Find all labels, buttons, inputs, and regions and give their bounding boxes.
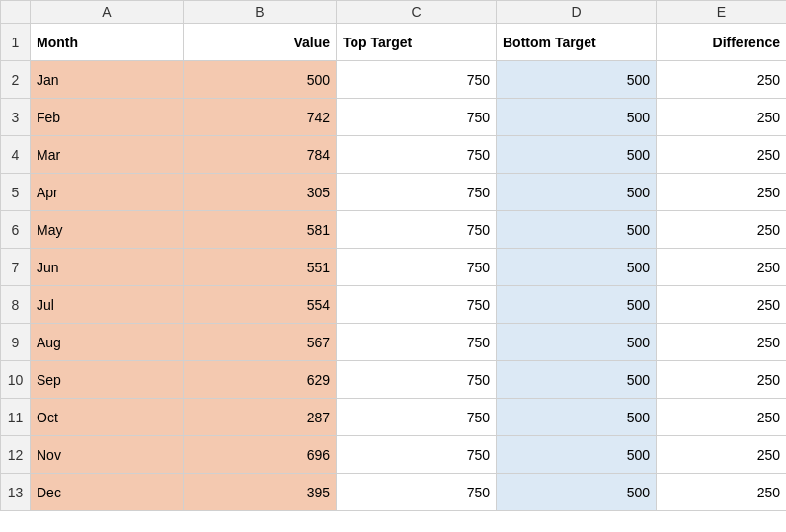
cell-month[interactable]: Feb — [31, 99, 184, 136]
cell-value[interactable]: 784 — [184, 136, 337, 174]
row-num-4: 4 — [1, 136, 31, 174]
cell-bottom-target[interactable]: 500 — [497, 436, 657, 474]
cell-difference[interactable]: 250 — [657, 324, 787, 361]
cell-value[interactable]: 500 — [184, 61, 337, 99]
cell-difference[interactable]: 250 — [657, 211, 787, 249]
spreadsheet: A B C D E 1 Month Value Top Target Botto… — [0, 0, 786, 532]
col-header-b[interactable]: B — [184, 1, 337, 24]
cell-bottom-target[interactable]: 500 — [497, 399, 657, 436]
cell-top-target[interactable]: 750 — [337, 211, 497, 249]
cell-month[interactable]: Nov — [31, 436, 184, 474]
table-row: 8Jul554750500250 — [1, 286, 787, 324]
row-num-2: 2 — [1, 61, 31, 99]
row-num-11: 11 — [1, 399, 31, 436]
table-row: 6May581750500250 — [1, 211, 787, 249]
cell-top-target[interactable]: 750 — [337, 174, 497, 211]
cell-bottom-target[interactable]: 500 — [497, 249, 657, 286]
col-header-e[interactable]: E — [657, 1, 787, 24]
cell-month[interactable]: Jan — [31, 61, 184, 99]
cell-top-target[interactable]: 750 — [337, 99, 497, 136]
cell-top-target[interactable]: 750 — [337, 474, 497, 511]
cell-top-target[interactable]: 750 — [337, 324, 497, 361]
cell-top-target[interactable]: 750 — [337, 399, 497, 436]
cell-month[interactable]: Oct — [31, 399, 184, 436]
cell-top-target[interactable]: 750 — [337, 61, 497, 99]
cell-bottom-target[interactable]: 500 — [497, 361, 657, 399]
cell-value[interactable]: 581 — [184, 211, 337, 249]
cell-difference[interactable]: 250 — [657, 61, 787, 99]
cell-difference[interactable]: 250 — [657, 399, 787, 436]
cell-month[interactable]: May — [31, 211, 184, 249]
cell-value[interactable]: 305 — [184, 174, 337, 211]
cell-month[interactable]: Aug — [31, 324, 184, 361]
table-row: 3Feb742750500250 — [1, 99, 787, 136]
cell-month[interactable]: Mar — [31, 136, 184, 174]
cell-top-target[interactable]: 750 — [337, 136, 497, 174]
row-1-header: 1 Month Value Top Target Bottom Target D… — [1, 24, 787, 61]
row-num-9: 9 — [1, 324, 31, 361]
cell-difference[interactable]: 250 — [657, 174, 787, 211]
cell-bottom-target[interactable]: 500 — [497, 324, 657, 361]
table-row: 7Jun551750500250 — [1, 249, 787, 286]
cell-bottom-target[interactable]: 500 — [497, 286, 657, 324]
cell-value[interactable]: 567 — [184, 324, 337, 361]
cell-value[interactable]: 742 — [184, 99, 337, 136]
row-num-13: 13 — [1, 474, 31, 511]
cell-bottom-target[interactable]: 500 — [497, 99, 657, 136]
cell-month[interactable]: Jun — [31, 249, 184, 286]
cell-value[interactable]: 554 — [184, 286, 337, 324]
col-header-a[interactable]: A — [31, 1, 184, 24]
cell-top-target[interactable]: 750 — [337, 249, 497, 286]
cell-bottom-target[interactable]: 500 — [497, 474, 657, 511]
cell-difference[interactable]: 250 — [657, 436, 787, 474]
cell-value[interactable]: 629 — [184, 361, 337, 399]
table-row: 5Apr305750500250 — [1, 174, 787, 211]
header-value[interactable]: Value — [184, 24, 337, 61]
cell-bottom-target[interactable]: 500 — [497, 174, 657, 211]
row-num-1: 1 — [1, 24, 31, 61]
column-headers: A B C D E — [1, 1, 787, 24]
table-row: 12Nov696750500250 — [1, 436, 787, 474]
cell-month[interactable]: Dec — [31, 474, 184, 511]
cell-difference[interactable]: 250 — [657, 361, 787, 399]
row-num-12: 12 — [1, 436, 31, 474]
cell-top-target[interactable]: 750 — [337, 286, 497, 324]
cell-month[interactable]: Apr — [31, 174, 184, 211]
cell-value[interactable]: 287 — [184, 399, 337, 436]
col-header-c[interactable]: C — [337, 1, 497, 24]
row-num-7: 7 — [1, 249, 31, 286]
table-row: 11Oct287750500250 — [1, 399, 787, 436]
table-row: 10Sep629750500250 — [1, 361, 787, 399]
cell-value[interactable]: 395 — [184, 474, 337, 511]
cell-value[interactable]: 696 — [184, 436, 337, 474]
row-num-5: 5 — [1, 174, 31, 211]
table-row: 2Jan500750500250 — [1, 61, 787, 99]
cell-month[interactable]: Sep — [31, 361, 184, 399]
cell-value[interactable]: 551 — [184, 249, 337, 286]
row-num-3: 3 — [1, 99, 31, 136]
cell-difference[interactable]: 250 — [657, 474, 787, 511]
cell-bottom-target[interactable]: 500 — [497, 211, 657, 249]
col-header-d[interactable]: D — [497, 1, 657, 24]
header-bottom-target[interactable]: Bottom Target — [497, 24, 657, 61]
table-row: 4Mar784750500250 — [1, 136, 787, 174]
cell-bottom-target[interactable]: 500 — [497, 61, 657, 99]
row-num-8: 8 — [1, 286, 31, 324]
cell-month[interactable]: Jul — [31, 286, 184, 324]
row-num-6: 6 — [1, 211, 31, 249]
header-month[interactable]: Month — [31, 24, 184, 61]
cell-bottom-target[interactable]: 500 — [497, 136, 657, 174]
table-row: 9Aug567750500250 — [1, 324, 787, 361]
header-difference[interactable]: Difference — [657, 24, 787, 61]
cell-difference[interactable]: 250 — [657, 136, 787, 174]
row-num-10: 10 — [1, 361, 31, 399]
cell-difference[interactable]: 250 — [657, 286, 787, 324]
cell-difference[interactable]: 250 — [657, 249, 787, 286]
cell-top-target[interactable]: 750 — [337, 436, 497, 474]
table-row: 13Dec395750500250 — [1, 474, 787, 511]
cell-top-target[interactable]: 750 — [337, 361, 497, 399]
cell-difference[interactable]: 250 — [657, 99, 787, 136]
corner-cell — [1, 1, 31, 24]
header-top-target[interactable]: Top Target — [337, 24, 497, 61]
